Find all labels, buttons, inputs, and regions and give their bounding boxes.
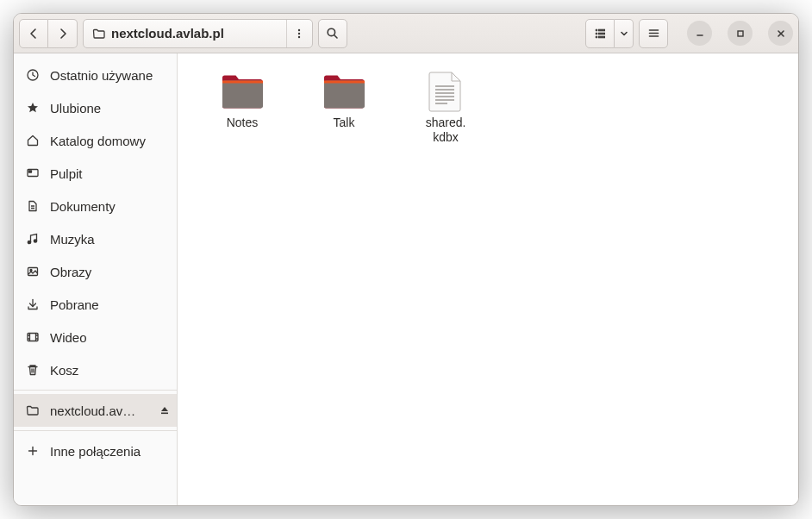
sidebar-item-videos[interactable]: Wideo — [14, 321, 177, 353]
view-dropdown-button[interactable] — [615, 19, 634, 48]
desktop-icon — [26, 166, 40, 180]
svg-rect-15 — [738, 31, 743, 36]
star-icon — [26, 101, 40, 115]
downloads-icon — [26, 297, 40, 311]
svg-point-3 — [328, 28, 334, 35]
sidebar-item-desktop[interactable]: Pulpit — [14, 157, 177, 190]
path-location-label: nextcloud.avlab.pl — [111, 26, 224, 41]
svg-point-24 — [28, 241, 30, 243]
hamburger-menu-button[interactable] — [639, 19, 668, 48]
svg-rect-43 — [324, 81, 365, 84]
back-button[interactable] — [19, 19, 48, 48]
svg-point-1 — [298, 32, 300, 34]
svg-rect-21 — [29, 171, 32, 172]
svg-point-25 — [34, 240, 36, 242]
file-manager-window: nextcloud.avlab.pl — [13, 13, 799, 506]
svg-marker-19 — [28, 103, 38, 112]
folder-icon — [218, 71, 266, 112]
sidebar-item-label: Ulubione — [50, 101, 172, 116]
svg-rect-42 — [222, 81, 263, 84]
sidebar-item-label: Katalog domowy — [50, 134, 172, 148]
sidebar-item-pictures[interactable]: Obrazy — [14, 255, 177, 288]
svg-rect-39 — [161, 413, 168, 415]
sidebar-item-label: Pulpit — [50, 166, 172, 181]
trash-icon — [26, 363, 40, 377]
pathbar: nextcloud.avlab.pl — [83, 19, 313, 48]
folder-item[interactable]: Talk — [297, 66, 391, 150]
folder-item[interactable]: Notes — [195, 66, 290, 150]
svg-point-7 — [596, 33, 597, 34]
plus-icon — [26, 444, 40, 458]
videos-icon — [26, 330, 40, 344]
path-menu-button[interactable] — [286, 20, 312, 47]
sidebar-item-mount[interactable]: nextcloud.av… — [14, 394, 177, 427]
file-name: shared. kdbx — [426, 116, 466, 145]
forward-button[interactable] — [48, 19, 78, 48]
sidebar-item-label: Obrazy — [50, 265, 172, 279]
svg-point-5 — [596, 29, 597, 31]
svg-marker-38 — [161, 407, 168, 411]
sidebar-item-home[interactable]: Katalog domowy — [14, 124, 177, 157]
clock-icon — [26, 68, 40, 82]
music-icon — [26, 232, 40, 246]
network-folder-icon — [92, 27, 106, 41]
home-icon — [26, 134, 40, 147]
sidebar-divider — [14, 390, 177, 391]
file-name: Talk — [334, 116, 355, 130]
sidebar-item-label: Wideo — [50, 330, 172, 345]
sidebar-item-trash[interactable]: Kosz — [14, 353, 177, 386]
path-location-button[interactable]: nextcloud.avlab.pl — [84, 26, 286, 41]
eject-icon[interactable] — [158, 403, 172, 417]
view-buttons — [585, 19, 634, 48]
svg-rect-10 — [598, 36, 604, 38]
sidebar-item-label: Ostatnio używane — [50, 68, 172, 83]
pictures-icon — [26, 265, 40, 278]
sidebar-item-label: Inne połączenia — [50, 444, 172, 459]
sidebar-item-label: Muzyka — [50, 232, 172, 247]
sidebar-item-recent[interactable]: Ostatnio używane — [14, 59, 177, 91]
svg-point-27 — [30, 270, 32, 272]
sidebar-item-other-locations[interactable]: Inne połączenia — [14, 435, 177, 467]
network-folder-icon — [26, 403, 40, 417]
sidebar-item-label: Dokumenty — [50, 199, 172, 214]
sidebar-item-documents[interactable]: Dokumenty — [14, 190, 177, 222]
sidebar-item-label: nextcloud.av… — [50, 403, 147, 418]
documents-icon — [26, 199, 40, 213]
svg-rect-8 — [598, 33, 604, 34]
close-button[interactable] — [768, 21, 793, 46]
svg-point-0 — [298, 28, 300, 30]
text-file-icon — [422, 71, 470, 112]
minimize-button[interactable] — [687, 21, 712, 46]
view-list-button[interactable] — [585, 19, 615, 48]
file-item[interactable]: shared. kdbx — [398, 66, 493, 150]
file-view[interactable]: Notes Talk — [178, 53, 798, 505]
svg-point-2 — [298, 35, 300, 37]
sidebar: Ostatnio używane Ulubione Katalog domowy… — [14, 53, 178, 505]
folder-icon — [320, 71, 368, 112]
file-name: Notes — [227, 116, 259, 130]
sidebar-item-label: Pobrane — [50, 297, 172, 312]
sidebar-item-favorites[interactable]: Ulubione — [14, 91, 177, 124]
sidebar-item-label: Kosz — [50, 363, 172, 378]
sidebar-divider — [14, 430, 177, 431]
sidebar-item-music[interactable]: Muzyka — [14, 222, 177, 255]
svg-rect-29 — [28, 334, 38, 341]
nav-buttons — [19, 19, 78, 48]
sidebar-item-downloads[interactable]: Pobrane — [14, 288, 177, 321]
svg-rect-6 — [598, 29, 604, 31]
search-button[interactable] — [318, 19, 347, 48]
headerbar: nextcloud.avlab.pl — [14, 14, 798, 53]
content-area: Ostatnio używane Ulubione Katalog domowy… — [14, 53, 798, 505]
maximize-button[interactable] — [728, 21, 753, 46]
svg-line-4 — [334, 35, 337, 38]
svg-point-9 — [596, 36, 597, 38]
